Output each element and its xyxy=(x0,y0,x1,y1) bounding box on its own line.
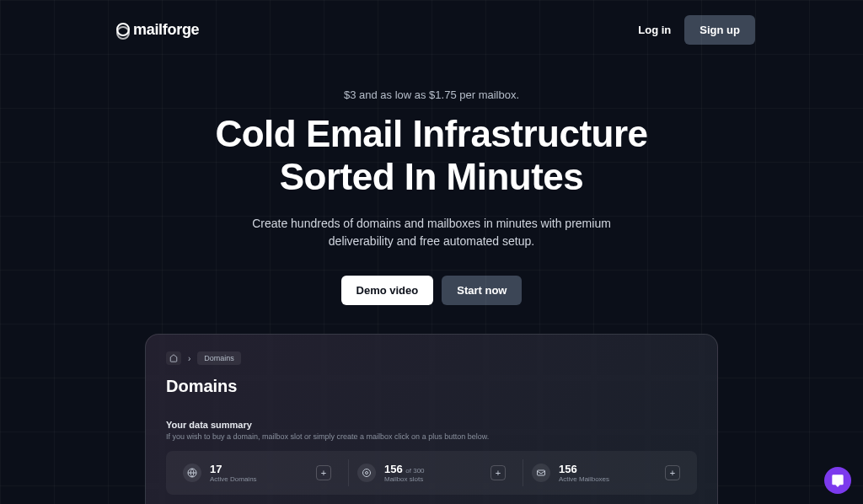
login-link[interactable]: Log in xyxy=(638,24,671,36)
breadcrumb-current[interactable]: Domains xyxy=(197,351,241,365)
product-screenshot: › Domains Domains Your data summary If y… xyxy=(145,334,718,504)
hero-title: Cold Email Infrastructure Sorted In Minu… xyxy=(0,113,863,198)
svg-rect-3 xyxy=(538,470,545,475)
card-active-domains: 17 Active Domains + xyxy=(174,459,340,486)
card-value: 156 xyxy=(559,463,657,475)
chat-widget[interactable] xyxy=(824,467,851,494)
demo-video-button[interactable]: Demo video xyxy=(341,276,434,305)
page-title: Domains xyxy=(166,377,697,396)
globe-icon xyxy=(183,464,201,482)
breadcrumb: › Domains xyxy=(166,351,697,365)
add-mailbox-slot-button[interactable]: + xyxy=(490,465,506,480)
mail-slot-icon xyxy=(357,464,376,482)
logo-icon xyxy=(115,23,130,38)
breadcrumb-chevron: › xyxy=(188,354,190,363)
brand-name: mailforge xyxy=(133,21,199,39)
card-label: Mailbox slots xyxy=(384,475,482,483)
signup-button[interactable]: Sign up xyxy=(684,15,755,45)
card-label: Active Mailboxes xyxy=(559,475,657,483)
card-value: 17 xyxy=(210,463,308,475)
add-mailbox-button[interactable]: + xyxy=(665,465,680,480)
brand-logo[interactable]: mailforge xyxy=(115,21,199,39)
svg-point-2 xyxy=(363,469,371,477)
start-now-button[interactable]: Start now xyxy=(442,276,522,305)
summary-cards: 17 Active Domains + 156 of 300 Mailbox s… xyxy=(166,451,697,495)
card-mailbox-slots: 156 of 300 Mailbox slots + xyxy=(348,459,514,486)
summary-sub: If you wish to buy a domain, mailbox slo… xyxy=(166,432,697,441)
card-label: Active Domains xyxy=(210,475,308,483)
hero-subtitle: Create hundreds of domains and mailboxes… xyxy=(0,215,863,250)
card-value: 156 of 300 xyxy=(384,463,482,475)
svg-point-1 xyxy=(366,472,368,475)
add-domain-button[interactable]: + xyxy=(316,465,331,480)
home-icon[interactable] xyxy=(166,351,181,365)
summary-heading: Your data summary xyxy=(166,420,697,430)
mailbox-icon xyxy=(532,464,550,482)
pricing-eyebrow: $3 and as low as $1.75 per mailbox. xyxy=(0,88,863,101)
card-active-mailboxes: 156 Active Mailboxes + xyxy=(523,459,689,486)
